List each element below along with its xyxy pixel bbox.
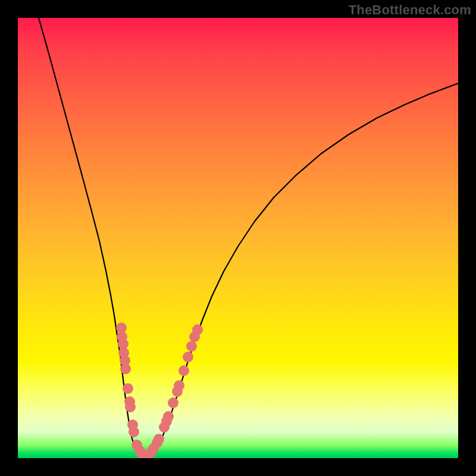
data-point [129,427,139,437]
data-point [163,411,174,422]
chart-svg [18,18,458,458]
data-point [168,397,178,408]
watermark-text: TheBottleneck.com [349,2,471,18]
data-point [125,402,136,412]
data-point [154,434,164,444]
data-point [123,383,133,394]
data-point [192,324,203,335]
chart-plot-area [18,18,458,458]
data-point [186,341,197,352]
chart-frame: TheBottleneck.com [0,0,476,476]
bottleneck-curve [39,18,458,458]
data-point [174,380,184,391]
data-point [120,364,131,374]
data-point [183,352,193,362]
data-point [178,365,189,376]
